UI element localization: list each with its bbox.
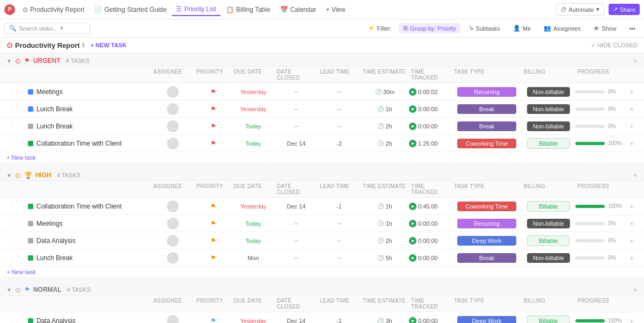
task-name[interactable]: Data Analysis bbox=[36, 237, 76, 245]
urgent-section: ▼ ⊙ ⚑ URGENT 4 TASKS + ASSIGNEE PRIORITY… bbox=[0, 53, 644, 163]
more-options-button[interactable]: ••• bbox=[625, 24, 640, 33]
add-col[interactable]: + bbox=[624, 105, 640, 113]
add-col[interactable]: + bbox=[624, 122, 640, 131]
drag-handle: ⋮⋮ bbox=[10, 255, 20, 261]
add-col[interactable]: + bbox=[624, 139, 640, 148]
time-estimate-value: 1h bbox=[385, 203, 392, 210]
priority-flag-icon: ⚑ bbox=[210, 140, 216, 147]
assignee-cell bbox=[151, 235, 194, 247]
time-estimate-value: 5h bbox=[385, 255, 392, 261]
task-name[interactable]: Lunch Break bbox=[36, 254, 72, 262]
task-color-indicator bbox=[28, 106, 33, 112]
normal-label: NORMAL bbox=[33, 286, 62, 293]
col-progress: PROGRESS bbox=[575, 297, 624, 311]
share-button[interactable]: ↗ Share bbox=[609, 4, 640, 15]
progress-bar-bg bbox=[575, 205, 605, 208]
main-content: ⊙ Productivity Report ℹ + NEW TASK ✓ HID… bbox=[0, 38, 644, 323]
hide-closed-label: HIDE CLOSED bbox=[597, 42, 638, 48]
tab-productivity-report[interactable]: ⊙ Productivity Report bbox=[18, 4, 89, 16]
assignee-cell bbox=[151, 103, 194, 115]
urgent-new-task-row[interactable]: + New task bbox=[0, 152, 644, 163]
time-estimate-value: 1h bbox=[385, 220, 392, 227]
task-name[interactable]: Meetings bbox=[36, 220, 63, 227]
task-name[interactable]: Collaboration Time with Client bbox=[36, 140, 122, 147]
tab-getting-started[interactable]: 📄 Getting Started Guide bbox=[90, 4, 171, 16]
automate-button[interactable]: ⏱ Automate ▾ bbox=[556, 3, 604, 16]
task-name[interactable]: Lunch Break bbox=[36, 123, 72, 130]
task-name[interactable]: Data Analysis bbox=[36, 317, 76, 324]
task-type-badge: Deep Work bbox=[457, 316, 516, 324]
task-name[interactable]: Collaboration Time with Client bbox=[36, 203, 122, 210]
add-col[interactable]: + bbox=[624, 88, 640, 96]
col-drag bbox=[4, 182, 26, 196]
avatar bbox=[167, 120, 179, 132]
high-chevron[interactable]: ▼ bbox=[6, 173, 12, 178]
col-due-date: DUE DATE bbox=[232, 182, 275, 196]
normal-chevron[interactable]: ▼ bbox=[6, 287, 12, 293]
progress-pct: 0% bbox=[608, 220, 621, 226]
clock-icon: 🕐 bbox=[377, 318, 384, 323]
me-label: Me bbox=[523, 25, 531, 32]
play-icon: ▶ bbox=[409, 140, 416, 147]
search-box[interactable]: 🔍 Search tasks... ▾ bbox=[4, 23, 90, 34]
progress-pct: 100% bbox=[608, 203, 621, 209]
urgent-section-header: ▼ ⊙ ⚑ URGENT 4 TASKS + bbox=[0, 53, 644, 66]
col-due-date: DUE DATE bbox=[232, 68, 275, 82]
filter-button[interactable]: ⚡ Filter bbox=[363, 23, 394, 33]
normal-add-icon[interactable]: + bbox=[633, 285, 638, 294]
time-estimate-cell: 🕐 3h bbox=[361, 318, 409, 324]
priority-cell: ⚑ bbox=[194, 317, 232, 324]
normal-status-icon: ⊙ bbox=[15, 286, 21, 294]
add-col[interactable]: + bbox=[624, 254, 640, 262]
col-billing: BILLING bbox=[522, 182, 575, 196]
time-estimate-value: 2h bbox=[385, 140, 392, 147]
search-chevron: ▾ bbox=[60, 25, 63, 32]
add-col[interactable]: + bbox=[624, 219, 640, 228]
clock-icon: 🕐 bbox=[377, 255, 384, 261]
me-button[interactable]: 👤 Me bbox=[509, 23, 535, 33]
subtasks-button[interactable]: ↳ Subtasks bbox=[465, 23, 504, 33]
priority-flag-icon: ⚑ bbox=[210, 220, 216, 227]
col-add bbox=[624, 68, 640, 82]
new-task-button[interactable]: + NEW TASK bbox=[91, 42, 127, 48]
table-row: ⋮⋮ Lunch Break ⚑ Today – – 🕐 2h ▶ 0:00:0… bbox=[0, 118, 644, 135]
table-row: ⋮⋮ Collaboration Time with Client ⚑ Yest… bbox=[0, 198, 644, 215]
task-name[interactable]: Lunch Break bbox=[36, 105, 72, 113]
billing-badge: Billable bbox=[527, 138, 570, 149]
date-closed-cell: Dec 14 bbox=[275, 203, 318, 210]
due-date-cell: Today bbox=[232, 238, 275, 244]
avatar bbox=[167, 218, 179, 229]
show-button[interactable]: 👁 Show bbox=[589, 24, 621, 33]
add-col[interactable]: + bbox=[624, 202, 640, 211]
high-new-task-row[interactable]: + New task bbox=[0, 267, 644, 278]
progress-pct: 0% bbox=[608, 255, 621, 261]
tab-priority-list[interactable]: ☰ Priority List bbox=[172, 3, 220, 16]
due-date-cell: Today bbox=[232, 220, 275, 227]
add-col[interactable]: + bbox=[624, 317, 640, 324]
task-type-cell: Break bbox=[452, 121, 522, 131]
priority-flag-icon: ⚑ bbox=[210, 203, 216, 210]
high-add-icon[interactable]: + bbox=[633, 171, 638, 180]
avatar bbox=[167, 252, 179, 264]
urgent-chevron[interactable]: ▼ bbox=[6, 58, 12, 64]
urgent-add-icon[interactable]: + bbox=[633, 56, 638, 65]
tab-billing-table[interactable]: 📋 Billing Table bbox=[222, 4, 275, 16]
add-col[interactable]: + bbox=[624, 236, 640, 245]
tab-icon-getting-started: 📄 bbox=[94, 6, 102, 13]
filter-icon: ⚡ bbox=[368, 25, 375, 32]
assignees-button[interactable]: 👥 Assignees bbox=[539, 23, 585, 33]
nav-right-actions: ⏱ Automate ▾ ↗ Share bbox=[556, 3, 640, 16]
col-progress: PROGRESS bbox=[575, 182, 624, 196]
hide-closed-button[interactable]: ✓ HIDE CLOSED bbox=[591, 42, 638, 49]
group-by-button[interactable]: ⊞ Group by: Priority bbox=[399, 23, 460, 33]
avatar bbox=[167, 86, 179, 98]
tab-add-view[interactable]: + View bbox=[321, 4, 349, 16]
lead-time-cell: -1 bbox=[318, 203, 361, 210]
date-closed-cell: – bbox=[275, 88, 318, 96]
task-name-cell: Lunch Break bbox=[26, 252, 151, 264]
tab-calendar[interactable]: 📅 Calendar bbox=[276, 4, 321, 16]
task-name-cell: Data Analysis bbox=[26, 235, 151, 247]
billing-badge: Non-billable bbox=[527, 87, 570, 97]
task-name[interactable]: Meetings bbox=[36, 88, 63, 96]
col-add bbox=[624, 182, 640, 196]
